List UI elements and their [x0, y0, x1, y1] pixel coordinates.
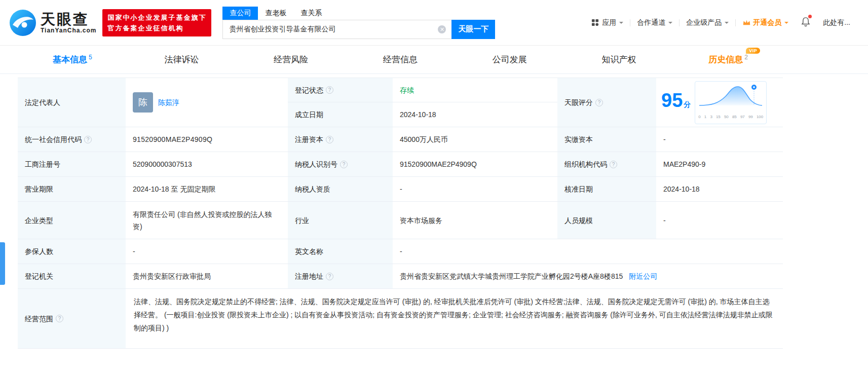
gov-badge-line2: 官方备案企业征信机构 — [107, 23, 206, 33]
field-value-legal-rep: 陈 陈茹淳 — [126, 78, 288, 127]
tab-operating-info[interactable]: 经营信息 — [346, 54, 455, 65]
tab-label: 知识产权 — [601, 55, 636, 64]
value-text: - — [133, 245, 135, 257]
label-text: 企业类型 — [25, 214, 53, 227]
search-input[interactable] — [222, 20, 451, 39]
help-icon[interactable]: ? — [326, 273, 333, 280]
value-text: - — [663, 214, 666, 227]
value-text: 91520900MAE2P4909Q — [133, 133, 212, 145]
tab-basic-info[interactable]: 基本信息5 — [18, 54, 127, 65]
field-value-english-name: - — [393, 239, 783, 264]
field-label-taxpayer-quality: 纳税人资质 — [288, 177, 393, 202]
field-value-credit-code: 91520900MAE2P4909Q — [126, 127, 288, 152]
score-axis: 0 1 3 15 50 85 97 99 100 — [697, 111, 764, 123]
tab-operating-risk[interactable]: 经营风险 — [236, 54, 346, 65]
label-text: 组织机构代码 — [564, 158, 607, 170]
nav-apps-label: 应用 — [602, 18, 616, 27]
nav-more[interactable]: 此处有... — [816, 18, 857, 27]
side-drawer-handle[interactable] — [0, 242, 5, 285]
vip-badge: VIP — [746, 48, 760, 54]
label-text: 法定代表人 — [25, 96, 60, 108]
axis-tick: 85 — [732, 111, 737, 123]
field-value-establish-date: 2024-10-18 — [393, 102, 557, 127]
notifications-bell[interactable] — [795, 17, 816, 29]
help-icon[interactable]: ? — [610, 161, 617, 168]
tianyancha-logo[interactable]: 天眼查 TianYanCha.com — [9, 9, 96, 36]
nav-apps[interactable]: 应用 — [585, 18, 630, 27]
tab-label: 经营风险 — [274, 55, 308, 64]
axis-tick: 1 — [704, 111, 706, 123]
field-label-business-scope: 经营范围 ? — [18, 289, 126, 349]
legal-rep-avatar[interactable]: 陈 — [133, 92, 153, 113]
label-text: 注册资本 — [295, 133, 323, 145]
nav-partner[interactable]: 合作通道 — [630, 18, 679, 27]
field-value-reg-address: 贵州省贵安新区党武镇大学城贵州理工学院产业孵化园2号楼A座8楼815 附近公司 — [393, 264, 783, 289]
label-text: 英文名称 — [295, 245, 323, 257]
clear-search-icon[interactable]: ✕ — [438, 25, 446, 33]
field-value-score[interactable]: 95 分 0 1 3 15 — [656, 78, 783, 127]
axis-tick: 3 — [710, 111, 712, 123]
chevron-down-icon — [725, 22, 729, 26]
label-text: 天眼评分 — [564, 96, 593, 108]
field-value-paid-capital: - — [656, 127, 783, 152]
search-button[interactable]: 天眼一下 — [451, 20, 495, 39]
tab-legal-proceedings[interactable]: 法律诉讼 — [127, 54, 237, 65]
value-text: 2024-10-18 至 无固定期限 — [133, 183, 215, 195]
field-value-reg-authority: 贵州贵安新区行政审批局 — [126, 264, 288, 289]
help-icon[interactable]: ? — [56, 315, 63, 322]
tab-label: 经营信息 — [383, 55, 418, 64]
search-tab-boss[interactable]: 查老板 — [258, 7, 293, 20]
logo-text: 天眼查 TianYanCha.com — [41, 12, 96, 34]
help-icon[interactable]: ? — [595, 99, 603, 106]
field-label-approval-date: 核准日期 — [557, 177, 656, 202]
label-text: 纳税人资质 — [295, 183, 330, 195]
tab-label: 法律诉讼 — [165, 55, 199, 64]
search-area: 查公司 查老板 查关系 ✕ 天眼一下 — [222, 7, 495, 39]
tab-history-info[interactable]: 历史信息VIP2 — [673, 54, 783, 65]
field-label-company-type: 企业类型 — [18, 202, 126, 239]
field-value-approval-date: 2024-10-18 — [656, 177, 783, 202]
tab-intellectual-property[interactable]: 知识产权 — [564, 54, 674, 65]
label-text: 工商注册号 — [25, 158, 60, 170]
field-value-taxpayer-quality: - — [393, 177, 557, 202]
tab-label: 公司发展 — [493, 55, 527, 64]
help-icon[interactable]: ? — [340, 161, 348, 168]
field-value-business-term: 2024-10-18 至 无固定期限 — [126, 177, 288, 202]
axis-tick: 50 — [724, 111, 729, 123]
field-label-industry: 行业 — [288, 202, 393, 239]
value-text: 91520900MAE2P4909Q — [400, 158, 477, 170]
tab-company-development[interactable]: 公司发展 — [455, 54, 564, 65]
field-label-reg-address: 注册地址 ? — [288, 264, 393, 289]
bell-icon — [801, 17, 810, 27]
nav-vip[interactable]: 开通会员 — [736, 18, 795, 27]
value-text: 贵州贵安新区行政审批局 — [133, 270, 211, 282]
field-label-establish-date: 成立日期 — [288, 102, 393, 127]
top-navigation: 应用 合作通道 企业级产品 开通会员 此处 — [585, 17, 857, 29]
value-text: 法律、法规、国务院决定规定禁止的不得经营; 法律、法规、国务院决定规定应当许可 … — [134, 295, 775, 335]
field-value-org-code: MAE2P490-9 — [656, 152, 783, 177]
search-tab-company[interactable]: 查公司 — [222, 7, 258, 20]
status-text: 存续 — [400, 84, 414, 96]
search-tab-relation[interactable]: 查关系 — [293, 7, 329, 20]
nav-more-label: 此处有... — [823, 18, 850, 27]
section-tabbar: 基本信息5 法律诉讼 经营风险 经营信息 公司发展 知识产权 历史信息VIP2 — [0, 46, 868, 74]
gov-certification-badge: 国家中小企业发展子基金旗下 官方备案企业征信机构 — [102, 9, 211, 36]
field-value-reg-status: 存续 — [393, 78, 557, 102]
help-icon[interactable]: ? — [326, 136, 333, 143]
nav-enterprise[interactable]: 企业级产品 — [680, 18, 735, 27]
tab-count-badge: 5 — [89, 54, 92, 61]
notification-dot — [808, 15, 812, 18]
nearby-companies-link[interactable]: 附近公司 — [629, 270, 657, 282]
logo-eye-icon — [9, 9, 36, 36]
field-label-business-term: 营业期限 — [18, 177, 126, 202]
axis-tick: 100 — [757, 111, 763, 123]
label-text: 成立日期 — [295, 108, 323, 121]
axis-tick: 15 — [716, 111, 721, 123]
legal-rep-link[interactable]: 陈茹淳 — [158, 96, 179, 108]
help-icon[interactable]: ? — [326, 86, 333, 94]
nav-vip-label: 开通会员 — [753, 18, 781, 27]
field-value-reg-number: 520900000307513 — [126, 152, 288, 177]
help-icon[interactable]: ? — [84, 136, 92, 143]
nav-enterprise-label: 企业级产品 — [686, 18, 722, 27]
field-value-business-scope: 法律、法规、国务院决定规定禁止的不得经营; 法律、法规、国务院决定规定应当许可 … — [126, 289, 783, 349]
